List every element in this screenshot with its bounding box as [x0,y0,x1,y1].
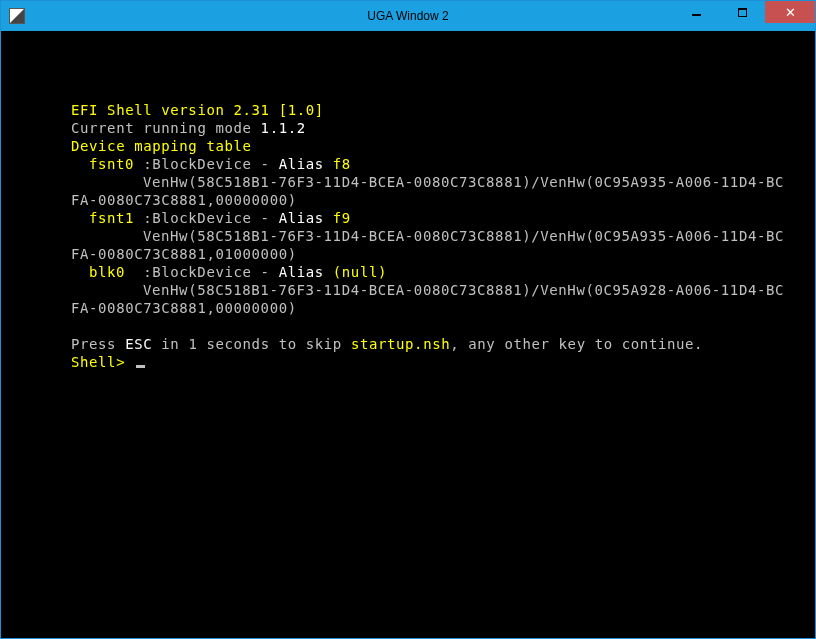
device-path: VenHw(58C518B1-76F3-11D4-BCEA-0080C73C88… [143,228,784,244]
esc-key: ESC [125,336,152,352]
maximize-button[interactable] [719,1,765,23]
close-button[interactable]: ✕ [765,1,815,23]
alias-label: Alias [279,264,333,280]
device-path: VenHw(58C518B1-76F3-11D4-BCEA-0080C73C88… [143,174,784,190]
device-name: fsnt0 [89,156,134,172]
device-type: :BlockDevice - [125,264,279,280]
alias-value: f9 [333,210,351,226]
terminal[interactable]: EFI Shell version 2.31 [1.0] Current run… [1,31,815,638]
device-type: :BlockDevice - [134,156,278,172]
titlebar[interactable]: UGA Window 2 ✕ [1,1,815,31]
press-text: Press [71,336,125,352]
mode-value: 1.1.2 [261,120,306,136]
press-text: in 1 seconds to skip [152,336,351,352]
device-type: :BlockDevice - [134,210,278,226]
device-name: blk0 [89,264,125,280]
mode-label: Current running mode [71,120,261,136]
shell-version: EFI Shell version 2.31 [1.0] [71,102,324,118]
alias-value: f8 [333,156,351,172]
alias-label: Alias [279,210,333,226]
startup-file: startup.nsh [351,336,450,352]
device-name: fsnt1 [89,210,134,226]
shell-prompt: Shell> [71,354,134,370]
window-title: UGA Window 2 [367,9,448,23]
press-text: , any other key to continue. [450,336,703,352]
device-path: FA-0080C73C8881,00000000) [71,192,297,208]
window: UGA Window 2 ✕ EFI Shell version 2.31 [1… [0,0,816,639]
app-icon [9,8,25,24]
minimize-icon [692,14,701,16]
close-icon: ✕ [785,6,796,19]
maximize-icon [738,8,747,17]
cursor [136,365,145,368]
alias-value: (null) [333,264,387,280]
device-path: VenHw(58C518B1-76F3-11D4-BCEA-0080C73C88… [143,282,784,298]
window-controls: ✕ [673,1,815,23]
device-mapping-header: Device mapping table [71,138,252,154]
minimize-button[interactable] [673,1,719,23]
device-path: FA-0080C73C8881,00000000) [71,300,297,316]
device-path: FA-0080C73C8881,01000000) [71,246,297,262]
alias-label: Alias [279,156,333,172]
